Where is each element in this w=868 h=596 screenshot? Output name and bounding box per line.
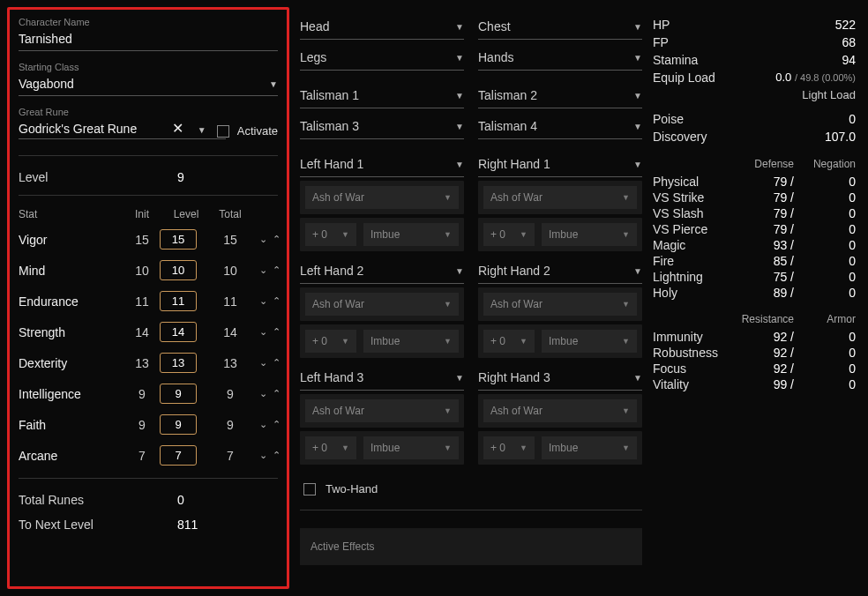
- ash-select-right-3[interactable]: Ash of War▼: [483, 399, 637, 422]
- equip-slot-talisman-2[interactable]: Talisman 2▼: [478, 85, 642, 108]
- stat-up-icon[interactable]: ⌃: [273, 357, 281, 369]
- caret-down-icon: ▼: [622, 193, 630, 202]
- resistance-focus: Focus92 /0: [653, 361, 856, 376]
- stat-name: Vigor: [19, 233, 124, 247]
- stat-total: 7: [213, 449, 248, 463]
- stat-level-input[interactable]: [160, 229, 197, 250]
- caret-down-icon[interactable]: ▼: [194, 125, 210, 140]
- char-name-input[interactable]: [19, 29, 278, 51]
- stat-up-icon[interactable]: ⌃: [273, 419, 281, 430]
- imbue-select-left-3[interactable]: Imbue▼: [363, 436, 459, 459]
- stat-down-icon[interactable]: ⌄: [259, 295, 267, 307]
- stat-name: Intelligence: [19, 387, 124, 401]
- active-effects-box: Active Effects: [300, 528, 642, 565]
- resistance-robustness: Robustness92 /0: [653, 345, 856, 361]
- upgrade-select-right-3[interactable]: + 0▼: [483, 436, 535, 459]
- equip-slot-hands[interactable]: Hands▼: [478, 47, 642, 71]
- caret-down-icon: ▼: [455, 160, 464, 169]
- weapon-left-1[interactable]: Left Hand 1▼: [300, 153, 464, 177]
- clear-rune-icon[interactable]: ✕: [168, 120, 187, 140]
- two-hand-label: Two-Hand: [326, 482, 378, 495]
- ash-select-right-2[interactable]: Ash of War▼: [483, 293, 637, 316]
- equip-slot-talisman-1[interactable]: Talisman 1▼: [300, 85, 464, 108]
- stat-row-dexterity: Dexterity1313⌄⌃: [19, 347, 278, 378]
- class-select[interactable]: Vagabond ▼: [19, 74, 278, 96]
- stat-down-icon[interactable]: ⌄: [259, 326, 267, 338]
- level-label: Level: [19, 170, 177, 184]
- upgrade-select-left-2[interactable]: + 0▼: [305, 330, 356, 353]
- stat-level-input[interactable]: [160, 353, 197, 373]
- upgrade-select-right-1[interactable]: + 0▼: [483, 223, 535, 246]
- ash-select-right-1[interactable]: Ash of War▼: [483, 186, 637, 209]
- rune-select[interactable]: Godrick's Great Rune: [19, 119, 161, 140]
- stat-up-icon[interactable]: ⌃: [273, 326, 281, 338]
- weapon-left-2[interactable]: Left Hand 2▼: [300, 260, 464, 284]
- upgrade-select-left-3[interactable]: + 0▼: [305, 436, 356, 459]
- equip-slot-talisman-4[interactable]: Talisman 4▼: [478, 115, 642, 139]
- stat-total: 9: [213, 387, 248, 401]
- stat-down-icon[interactable]: ⌄: [259, 264, 267, 276]
- defense-fire: Fire85 /0: [653, 253, 856, 269]
- caret-down-icon: ▼: [520, 230, 528, 239]
- activate-label: Activate: [237, 124, 278, 138]
- two-hand-checkbox[interactable]: [303, 483, 316, 495]
- upgrade-select-right-2[interactable]: + 0▼: [483, 330, 535, 353]
- imbue-select-left-2[interactable]: Imbue▼: [363, 330, 459, 353]
- caret-down-icon: ▼: [633, 122, 642, 131]
- weapon-right-3[interactable]: Right Hand 3▼: [478, 367, 642, 391]
- activate-checkbox[interactable]: [217, 125, 229, 138]
- stat-level-input[interactable]: [160, 384, 197, 404]
- ash-select-left-1[interactable]: Ash of War▼: [305, 186, 459, 209]
- caret-down-icon: ▼: [455, 53, 464, 63]
- stat-level-input[interactable]: [160, 322, 197, 342]
- to-next-value: 811: [177, 518, 198, 532]
- caret-down-icon: ▼: [633, 53, 642, 63]
- imbue-select-right-1[interactable]: Imbue▼: [542, 223, 637, 246]
- ash-select-left-3[interactable]: Ash of War▼: [305, 399, 459, 422]
- stat-init: 9: [124, 418, 160, 432]
- summary-stamina: Stamina94: [653, 51, 856, 69]
- caret-down-icon: ▼: [622, 443, 630, 452]
- defense-physical: Physical79 /0: [653, 174, 856, 190]
- caret-down-icon: ▼: [341, 443, 349, 452]
- stat-level-input[interactable]: [160, 260, 197, 280]
- imbue-select-left-1[interactable]: Imbue▼: [363, 223, 459, 246]
- stat-row-intelligence: Intelligence99⌄⌃: [19, 378, 278, 409]
- stat-up-icon[interactable]: ⌃: [273, 388, 281, 399]
- stat-up-icon[interactable]: ⌃: [273, 450, 281, 461]
- stat-level-input[interactable]: [160, 414, 197, 435]
- equip-slot-talisman-3[interactable]: Talisman 3▼: [300, 115, 464, 139]
- ash-select-left-2[interactable]: Ash of War▼: [305, 293, 459, 316]
- stat-init: 10: [124, 264, 160, 278]
- stat-init: 9: [124, 387, 160, 401]
- stat-down-icon[interactable]: ⌄: [259, 388, 267, 399]
- weapon-left-3[interactable]: Left Hand 3▼: [300, 367, 464, 391]
- caret-down-icon: ▼: [622, 300, 630, 309]
- stat-level-input[interactable]: [160, 445, 197, 466]
- equip-slot-legs[interactable]: Legs▼: [300, 47, 464, 71]
- caret-down-icon: ▼: [455, 91, 464, 101]
- weapon-right-1[interactable]: Right Hand 1▼: [478, 153, 642, 177]
- stat-down-icon[interactable]: ⌄: [259, 450, 267, 461]
- stat-total: 14: [213, 325, 248, 339]
- stat-down-icon[interactable]: ⌄: [259, 234, 267, 245]
- weapon-right-2[interactable]: Right Hand 2▼: [478, 260, 642, 284]
- stat-up-icon[interactable]: ⌃: [273, 295, 281, 307]
- caret-down-icon: ▼: [455, 266, 464, 276]
- upgrade-select-left-1[interactable]: + 0▼: [305, 223, 356, 246]
- caret-down-icon: ▼: [622, 337, 630, 346]
- resistance-vitality: Vitality99 /0: [653, 376, 856, 392]
- stat-down-icon[interactable]: ⌄: [259, 419, 267, 430]
- stat-up-icon[interactable]: ⌃: [273, 264, 281, 276]
- caret-down-icon: ▼: [633, 373, 642, 383]
- imbue-select-right-3[interactable]: Imbue▼: [542, 436, 637, 459]
- equip-slot-head[interactable]: Head▼: [300, 16, 464, 40]
- caret-down-icon: ▼: [622, 406, 630, 415]
- imbue-select-right-2[interactable]: Imbue▼: [542, 330, 637, 353]
- stat-level-input[interactable]: [160, 291, 197, 311]
- stat-up-icon[interactable]: ⌃: [273, 234, 281, 245]
- caret-down-icon: ▼: [520, 337, 528, 346]
- stat-down-icon[interactable]: ⌄: [259, 357, 267, 369]
- char-name-label: Character Name: [19, 17, 278, 27]
- equip-slot-chest[interactable]: Chest▼: [478, 16, 642, 40]
